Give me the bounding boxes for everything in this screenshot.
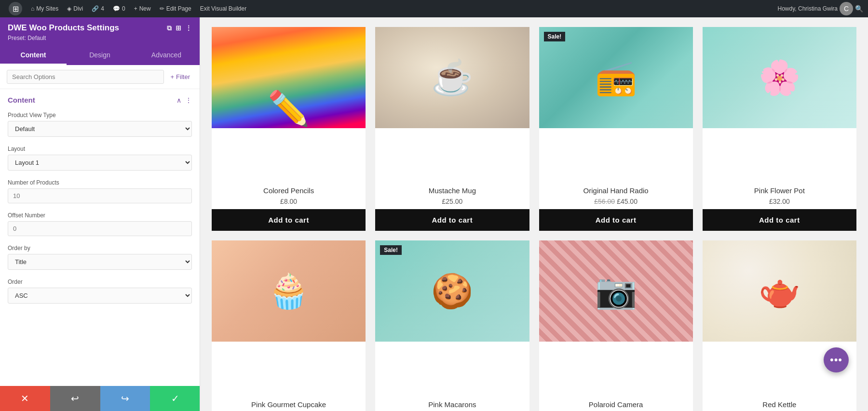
admin-bar: ⊞ ⌂ My Sites ◈ Divi 🔗 4 💬 0 + New ✏ Edit… [0, 0, 868, 17]
product-image-wrap: 📷 [539, 240, 693, 394]
product-emoji: 🍪 [431, 271, 473, 311]
search-icon[interactable]: 🔍 [855, 5, 863, 13]
add-to-cart-button[interactable]: Add to cart [703, 209, 856, 231]
product-image: 🫖 [703, 240, 856, 342]
product-emoji: 📷 [595, 271, 637, 311]
exit-vb-label: Exit Visual Builder [200, 5, 247, 12]
copy-icon[interactable]: ⧉ [167, 24, 172, 32]
section-collapse-icon[interactable]: ∧ [176, 96, 181, 104]
add-to-cart-button[interactable]: Add to cart [212, 209, 366, 231]
product-info: Original Hand Radio £56.00£45.00 [539, 181, 693, 209]
product-view-type-label: Product View Type [8, 112, 192, 119]
more-icon[interactable]: ⋮ [185, 24, 192, 32]
product-name: Original Hand Radio [544, 186, 688, 195]
product-emoji: 📻 [595, 58, 637, 97]
offset-number-group: Offset Number [0, 208, 200, 241]
number-of-products-label: Number of Products [8, 179, 192, 186]
sale-badge: Sale! [544, 32, 566, 41]
plus-icon: + [134, 5, 137, 12]
product-card: 📻 Sale! Original Hand Radio £56.00£45.00… [539, 27, 693, 231]
comments-count: 0 [122, 5, 125, 12]
x-icon: ✕ [21, 393, 29, 404]
sidebar-header: DWE Woo Products Settings ⧉ ⊞ ⋮ Preset: … [0, 17, 200, 46]
product-emoji: 🌸 [759, 58, 800, 97]
product-name: Red Kettle [707, 400, 852, 409]
product-name: Pink Flower Pot [707, 186, 852, 195]
search-options-input[interactable] [7, 70, 164, 84]
cancel-button[interactable]: ✕ [0, 386, 50, 411]
filter-plus-icon: + [171, 73, 175, 80]
product-emoji: ✏️ [268, 89, 310, 128]
product-card: ☕ Mustache Mug £25.00 Add to cart [375, 27, 529, 231]
product-name: Pink Gourmet Cupcake [217, 400, 361, 409]
products-grid: ✏️ Colored Pencils £8.00 Add to cart ☕ M… [212, 27, 856, 411]
product-price-row: £56.00£45.00 [544, 198, 688, 205]
offset-number-label: Offset Number [8, 212, 192, 219]
comment-icon: 💬 [113, 5, 120, 12]
product-card: 🌸 Pink Flower Pot £32.00 Add to cart [703, 27, 856, 231]
chain-icon: 🔗 [92, 5, 99, 12]
section-header-icons: ∧ ⋮ [176, 96, 192, 104]
filter-button[interactable]: + Filter [168, 71, 193, 82]
order-select[interactable]: ASC DESC [8, 288, 192, 304]
tab-design[interactable]: Design [67, 46, 133, 65]
edit-page-label: Edit Page [166, 5, 191, 12]
product-card: 🍪 Sale! Pink Macarons £25.00£15.00 Add t… [375, 240, 529, 411]
offset-number-input[interactable] [8, 221, 192, 236]
comments-btn[interactable]: 💬 0 [109, 0, 129, 17]
sidebar-title-icons: ⧉ ⊞ ⋮ [167, 24, 192, 32]
fab-button[interactable]: ••• [824, 347, 849, 372]
exit-visual-builder-btn[interactable]: Exit Visual Builder [196, 0, 251, 17]
product-card: ✏️ Colored Pencils £8.00 Add to cart [212, 27, 366, 231]
fab-icon: ••• [830, 354, 842, 366]
howdy-label: Howdy, Christina Gwira [778, 5, 838, 12]
layout-group: Layout Layout 1 Layout 2 Layout 3 [0, 142, 200, 175]
product-image-wrap: ✏️ [212, 27, 366, 181]
new-btn[interactable]: + New [130, 0, 155, 17]
product-image-wrap: 🧁 [212, 240, 366, 394]
product-view-type-select[interactable]: Default List Grid [8, 121, 192, 137]
product-image: ✏️ [212, 27, 366, 128]
undo-button[interactable]: ↩ [50, 386, 100, 411]
avatar[interactable]: C [840, 2, 853, 15]
my-sites-label: My Sites [36, 5, 58, 12]
my-sites-btn[interactable]: ⌂ My Sites [27, 0, 62, 17]
redo-icon: ↪ [121, 393, 129, 404]
add-to-cart-button[interactable]: Add to cart [539, 209, 693, 231]
links-count-btn[interactable]: 🔗 4 [88, 0, 108, 17]
divi-label: Divi [73, 5, 83, 12]
product-name: Polaroid Camera [544, 400, 688, 409]
check-icon: ✓ [171, 393, 179, 404]
grid-icon[interactable]: ⊞ [176, 24, 181, 32]
layout-select[interactable]: Layout 1 Layout 2 Layout 3 [8, 155, 192, 171]
divi-btn[interactable]: ◈ Divi [63, 0, 87, 17]
section-more-icon[interactable]: ⋮ [185, 96, 192, 104]
add-to-cart-button[interactable]: Add to cart [375, 209, 529, 231]
tab-advanced[interactable]: Advanced [133, 46, 200, 65]
tab-content[interactable]: Content [0, 46, 67, 65]
product-card: 🧁 Pink Gourmet Cupcake £3.00 – £5.00 Add… [212, 240, 366, 411]
number-of-products-input[interactable] [8, 188, 192, 203]
redo-button[interactable]: ↪ [100, 386, 150, 411]
search-filter-row: + Filter [0, 65, 200, 89]
product-image-wrap: 📻 Sale! [539, 27, 693, 181]
sidebar-title-row: DWE Woo Products Settings ⧉ ⊞ ⋮ [8, 23, 192, 33]
product-emoji: 🧁 [268, 271, 310, 311]
product-image: ☕ [375, 27, 529, 128]
save-button[interactable]: ✓ [150, 386, 200, 411]
preset-label[interactable]: Preset: Default [8, 35, 192, 41]
edit-page-btn[interactable]: ✏ Edit Page [156, 0, 195, 17]
order-group: Order ASC DESC [0, 275, 200, 308]
product-price: £8.00 [280, 198, 297, 205]
product-price-row: £32.00 [707, 198, 852, 205]
product-card: 📷 Polaroid Camera £200.00 Add to cart [539, 240, 693, 411]
wp-logo-btn[interactable]: ⊞ [5, 0, 26, 17]
product-price-row: £25.00 [380, 198, 524, 205]
product-name: Colored Pencils [217, 186, 361, 195]
sidebar: DWE Woo Products Settings ⧉ ⊞ ⋮ Preset: … [0, 17, 200, 411]
divi-icon: ◈ [67, 5, 71, 12]
sale-badge: Sale! [380, 245, 402, 255]
product-image-wrap: 🍪 Sale! [375, 240, 529, 394]
order-by-select[interactable]: Title Date Price Rating [8, 254, 192, 270]
product-card: 🫖 Red Kettle £29.00 Add to cart [703, 240, 856, 411]
